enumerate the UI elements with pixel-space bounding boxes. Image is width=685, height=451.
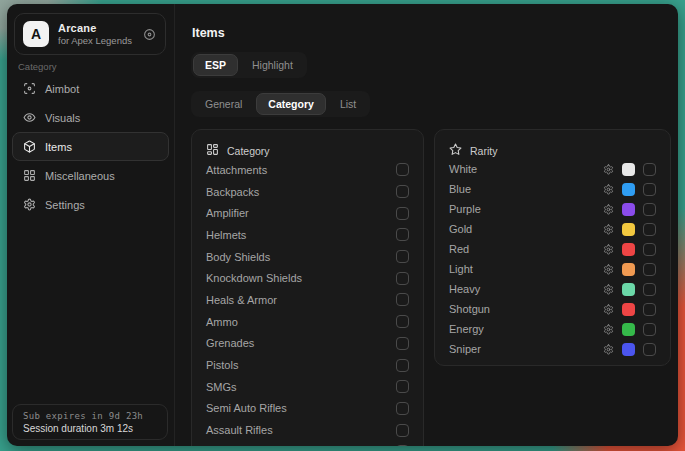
gear-icon[interactable] bbox=[603, 164, 614, 175]
checkbox[interactable] bbox=[643, 183, 656, 196]
checkbox[interactable] bbox=[643, 323, 656, 336]
checkbox[interactable] bbox=[396, 250, 409, 263]
sidebar-section-label: Category bbox=[18, 61, 57, 72]
tab-esp[interactable]: ESP bbox=[193, 54, 238, 76]
category-label: Grenades bbox=[206, 337, 254, 349]
gear-icon bbox=[23, 198, 36, 211]
rarity-row: Red bbox=[449, 239, 656, 259]
category-row: Grenades bbox=[206, 333, 409, 355]
gear-icon[interactable] bbox=[603, 204, 614, 215]
checkbox[interactable] bbox=[396, 163, 409, 176]
rarity-controls bbox=[603, 343, 656, 356]
category-label: SMGs bbox=[206, 381, 237, 393]
sidebar-item-items[interactable]: Items bbox=[12, 132, 169, 161]
checkbox[interactable] bbox=[396, 228, 409, 241]
sidebar-item-label: Settings bbox=[45, 199, 85, 211]
sidebar-item-label: Visuals bbox=[45, 112, 80, 124]
color-swatch[interactable] bbox=[622, 243, 635, 256]
rarity-row: Heavy bbox=[449, 279, 656, 299]
rarity-label: Blue bbox=[449, 183, 471, 195]
session-duration-text: Session duration 3m 12s bbox=[23, 423, 157, 434]
rarity-controls bbox=[603, 203, 656, 216]
gear-icon[interactable] bbox=[603, 184, 614, 195]
color-swatch[interactable] bbox=[622, 223, 635, 236]
sidebar-item-aimbot[interactable]: Aimbot bbox=[12, 74, 169, 103]
panels-row: Category AttachmentsBackpacksAmplifierHe… bbox=[191, 129, 678, 446]
sidebar-nav: AimbotVisualsItemsMiscellaneousSettings bbox=[12, 74, 169, 219]
checkbox[interactable] bbox=[396, 337, 409, 350]
color-swatch[interactable] bbox=[622, 343, 635, 356]
crosshair-icon bbox=[23, 82, 36, 95]
gear-icon[interactable] bbox=[603, 264, 614, 275]
color-swatch[interactable] bbox=[622, 283, 635, 296]
target-icon[interactable] bbox=[141, 26, 157, 42]
checkbox[interactable] bbox=[396, 185, 409, 198]
checkbox[interactable] bbox=[643, 163, 656, 176]
rarity-row: Shotgun bbox=[449, 299, 656, 319]
sub-expiry-text: Sub expires in 9d 23h bbox=[23, 411, 157, 421]
category-label: Backpacks bbox=[206, 186, 259, 198]
color-swatch[interactable] bbox=[622, 203, 635, 216]
sidebar-item-label: Miscellaneous bbox=[45, 170, 115, 182]
sidebar-item-miscellaneous[interactable]: Miscellaneous bbox=[12, 161, 169, 190]
tab-general[interactable]: General bbox=[193, 93, 254, 115]
sidebar-item-label: Aimbot bbox=[45, 83, 79, 95]
rarity-row: Gold bbox=[449, 219, 656, 239]
category-row: Pistols bbox=[206, 354, 409, 376]
rarity-row: Sniper bbox=[449, 339, 656, 359]
gear-icon[interactable] bbox=[603, 344, 614, 355]
rarity-label: Purple bbox=[449, 203, 481, 215]
checkbox[interactable] bbox=[396, 293, 409, 306]
category-row: Knockdown Shields bbox=[206, 267, 409, 289]
color-swatch[interactable] bbox=[622, 323, 635, 336]
gear-icon[interactable] bbox=[603, 324, 614, 335]
gear-icon[interactable] bbox=[603, 304, 614, 315]
rarity-row: Energy bbox=[449, 319, 656, 339]
checkbox[interactable] bbox=[396, 424, 409, 437]
checkbox[interactable] bbox=[643, 223, 656, 236]
checkbox[interactable] bbox=[643, 343, 656, 356]
rarity-label: Gold bbox=[449, 223, 472, 235]
checkbox[interactable] bbox=[396, 207, 409, 220]
checkbox[interactable] bbox=[643, 263, 656, 276]
category-panel-title: Category bbox=[227, 145, 270, 157]
gear-icon[interactable] bbox=[603, 244, 614, 255]
rarity-row: Light bbox=[449, 259, 656, 279]
package-icon bbox=[23, 140, 36, 153]
tab-category[interactable]: Category bbox=[256, 93, 326, 115]
rarity-label: Sniper bbox=[449, 343, 481, 355]
checkbox[interactable] bbox=[643, 243, 656, 256]
category-label: Heals & Armor bbox=[206, 294, 277, 306]
tab-list[interactable]: List bbox=[328, 93, 368, 115]
checkbox[interactable] bbox=[643, 283, 656, 296]
checkbox[interactable] bbox=[396, 272, 409, 285]
star-icon bbox=[449, 143, 462, 158]
color-swatch[interactable] bbox=[622, 163, 635, 176]
rarity-label: Heavy bbox=[449, 283, 480, 295]
checkbox[interactable] bbox=[643, 303, 656, 316]
sidebar-item-visuals[interactable]: Visuals bbox=[12, 103, 169, 132]
checkbox[interactable] bbox=[396, 402, 409, 415]
checkbox[interactable] bbox=[396, 445, 409, 446]
checkbox[interactable] bbox=[396, 380, 409, 393]
grid-icon bbox=[23, 169, 36, 182]
gear-icon[interactable] bbox=[603, 224, 614, 235]
category-label: Attachments bbox=[206, 164, 267, 176]
checkbox[interactable] bbox=[643, 203, 656, 216]
rarity-controls bbox=[603, 243, 656, 256]
tab-highlight[interactable]: Highlight bbox=[240, 54, 305, 76]
checkbox[interactable] bbox=[396, 359, 409, 372]
sidebar-item-settings[interactable]: Settings bbox=[12, 190, 169, 219]
subscription-card: Sub expires in 9d 23h Session duration 3… bbox=[12, 404, 168, 440]
category-label: Assault Rifles bbox=[206, 424, 273, 436]
color-swatch[interactable] bbox=[622, 303, 635, 316]
category-row: Semi Auto Rifles bbox=[206, 398, 409, 420]
rarity-label: Light bbox=[449, 263, 473, 275]
category-row: Backpacks bbox=[206, 181, 409, 203]
color-swatch[interactable] bbox=[622, 183, 635, 196]
rarity-panel-title: Rarity bbox=[470, 145, 497, 157]
color-swatch[interactable] bbox=[622, 263, 635, 276]
gear-icon[interactable] bbox=[603, 284, 614, 295]
checkbox[interactable] bbox=[396, 315, 409, 328]
category-label: Knockdown Shields bbox=[206, 272, 302, 284]
